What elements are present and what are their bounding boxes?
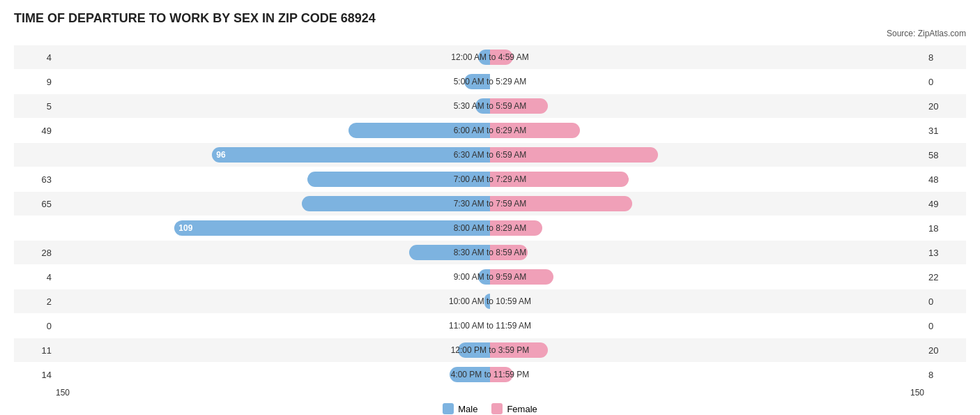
male-value-label: 5 <box>14 101 56 112</box>
female-value-label: 8 <box>924 370 966 380</box>
male-value-label: 49 <box>14 126 56 136</box>
female-value-label: 20 <box>924 101 966 112</box>
legend-male: Male <box>443 403 477 414</box>
male-bar: 109 <box>174 220 490 236</box>
axis-labels: 150 150 <box>14 388 966 398</box>
bar-section: 7:00 AM to 7:29 AM <box>56 167 924 191</box>
time-label: 7:30 AM to 7:59 AM <box>454 199 527 209</box>
axis-right: 150 <box>910 388 924 398</box>
chart-row: 95:00 AM to 5:29 AM0 <box>14 70 966 93</box>
chart-row: 412:00 AM to 4:59 AM8 <box>14 45 966 69</box>
bar-section: 1098:00 AM to 8:29 AM <box>56 216 924 240</box>
bar-section: 9:00 AM to 9:59 AM <box>56 265 924 289</box>
female-value-label: 48 <box>924 174 966 185</box>
legend-female-label: Female <box>507 404 537 414</box>
bar-section: 12:00 AM to 4:59 AM <box>56 45 924 69</box>
female-value-label: 0 <box>924 77 966 87</box>
time-label: 6:00 AM to 6:29 AM <box>454 126 527 135</box>
legend-female-icon <box>491 403 503 414</box>
legend: Male Female <box>14 403 966 414</box>
time-label: 12:00 AM to 4:59 AM <box>451 52 528 62</box>
time-label: 10:00 AM to 10:59 AM <box>449 296 531 306</box>
chart-row: 288:30 AM to 8:59 AM13 <box>14 241 966 264</box>
bar-section: 5:30 AM to 5:59 AM <box>56 94 924 118</box>
male-value-label: 11 <box>14 345 56 356</box>
chart-row: 011:00 AM to 11:59 AM0 <box>14 314 966 338</box>
female-value-label: 49 <box>924 199 966 209</box>
time-label: 6:30 AM to 6:59 AM <box>454 150 527 160</box>
source-label: Source: ZipAtlas.com <box>14 29 966 38</box>
chart-row: 966:30 AM to 6:59 AM58 <box>14 143 966 167</box>
bar-section: 4:00 PM to 11:59 PM <box>56 363 924 386</box>
bar-section: 12:00 PM to 3:59 PM <box>56 338 924 362</box>
legend-male-icon <box>443 403 454 414</box>
chart-row: 657:30 AM to 7:59 AM49 <box>14 192 966 216</box>
bar-section: 8:30 AM to 8:59 AM <box>56 241 924 264</box>
male-value-label: 14 <box>14 370 56 380</box>
time-label: 12:00 PM to 3:59 PM <box>451 345 530 355</box>
bar-section: 11:00 AM to 11:59 AM <box>56 314 924 338</box>
female-value-label: 20 <box>924 345 966 356</box>
bar-section: 5:00 AM to 5:29 AM <box>56 70 924 93</box>
male-bar: 96 <box>212 147 490 163</box>
chart-row: 1098:00 AM to 8:29 AM18 <box>14 216 966 240</box>
male-value-label: 2 <box>14 296 56 307</box>
male-value-label: 65 <box>14 199 56 209</box>
bar-section: 6:00 AM to 6:29 AM <box>56 119 924 142</box>
chart-row: 49:00 AM to 9:59 AM22 <box>14 265 966 289</box>
bar-section: 7:30 AM to 7:59 AM <box>56 192 924 216</box>
chart-container: TIME OF DEPARTURE TO WORK BY SEX IN ZIP … <box>14 11 966 414</box>
chart-row: 144:00 PM to 11:59 PM8 <box>14 363 966 386</box>
female-value-label: 22 <box>924 272 966 282</box>
chart-row: 496:00 AM to 6:29 AM31 <box>14 119 966 142</box>
chart-row: 637:00 AM to 7:29 AM48 <box>14 167 966 191</box>
axis-left: 150 <box>56 388 70 398</box>
time-label: 9:00 AM to 9:59 AM <box>454 272 527 282</box>
time-label: 8:00 AM to 8:29 AM <box>454 223 527 233</box>
male-value-label: 63 <box>14 174 56 185</box>
male-value-label: 4 <box>14 52 56 63</box>
chart-area: 412:00 AM to 4:59 AM895:00 AM to 5:29 AM… <box>14 45 966 386</box>
female-value-label: 0 <box>924 321 966 331</box>
female-value-label: 13 <box>924 248 966 258</box>
female-value-label: 8 <box>924 52 966 63</box>
time-label: 11:00 AM to 11:59 AM <box>449 321 531 331</box>
time-label: 5:30 AM to 5:59 AM <box>454 101 527 111</box>
chart-row: 1112:00 PM to 3:59 PM20 <box>14 338 966 362</box>
male-value-label: 28 <box>14 248 56 258</box>
bar-section: 10:00 AM to 10:59 AM <box>56 289 924 313</box>
chart-row: 55:30 AM to 5:59 AM20 <box>14 94 966 118</box>
female-value-label: 58 <box>924 150 966 160</box>
time-label: 8:30 AM to 8:59 AM <box>454 248 527 257</box>
female-value-label: 0 <box>924 296 966 307</box>
time-label: 5:00 AM to 5:29 AM <box>454 77 527 86</box>
legend-male-label: Male <box>458 404 477 414</box>
male-inner-label: 109 <box>178 223 192 233</box>
male-value-label: 4 <box>14 272 56 282</box>
chart-title: TIME OF DEPARTURE TO WORK BY SEX IN ZIP … <box>14 11 966 26</box>
chart-row: 210:00 AM to 10:59 AM0 <box>14 289 966 313</box>
male-inner-label: 96 <box>216 150 225 160</box>
time-label: 4:00 PM to 11:59 PM <box>451 370 530 379</box>
legend-female: Female <box>491 403 537 414</box>
female-value-label: 18 <box>924 223 966 234</box>
male-value-label: 9 <box>14 77 56 87</box>
time-label: 7:00 AM to 7:29 AM <box>454 174 527 184</box>
bar-section: 966:30 AM to 6:59 AM <box>56 143 924 167</box>
male-value-label: 0 <box>14 321 56 331</box>
female-value-label: 31 <box>924 126 966 136</box>
